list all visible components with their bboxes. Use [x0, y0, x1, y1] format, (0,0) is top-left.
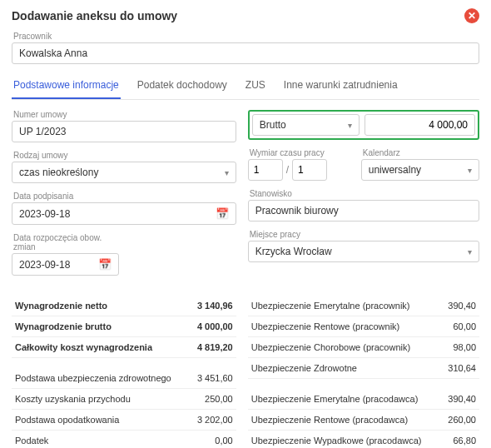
- start-date-field[interactable]: 2023-09-18 📅: [12, 253, 119, 276]
- sign-date-label: Data podpisania: [12, 192, 236, 201]
- workplace-select[interactable]: Krzycka Wrocław: [248, 241, 479, 262]
- tabs: Podstawowe informacje Podatek dochodowy …: [12, 72, 479, 100]
- table-row: Podstawa ubezpieczenia zdrowotnego3 451,…: [12, 368, 236, 389]
- worktime-label: Wymiar czasu pracy: [248, 148, 355, 157]
- contract-type-label: Rodzaj umowy: [12, 151, 236, 160]
- salary-summary-table: Wynagrodzenie netto3 140,96 Wynagrodzeni…: [12, 296, 236, 448]
- sign-date-field[interactable]: 2023-09-18 📅: [12, 202, 236, 225]
- close-icon[interactable]: ✕: [464, 8, 479, 23]
- employee-label: Pracownik: [12, 32, 479, 41]
- calendar-icon: 📅: [98, 258, 112, 271]
- tab-income-tax[interactable]: Podatek dochodowy: [136, 72, 229, 99]
- calendar-select[interactable]: uniwersalny: [361, 159, 479, 181]
- position-field[interactable]: Pracownik biurowy: [248, 200, 479, 222]
- contract-type-select[interactable]: czas nieokreślony: [12, 162, 236, 183]
- tab-other-conditions[interactable]: Inne warunki zatrudnienia: [282, 72, 399, 99]
- table-row: Ubezpieczenie Emerytalne (pracownik)390,…: [248, 296, 479, 316]
- gross-net-select[interactable]: Brutto: [252, 114, 360, 136]
- start-date-label: Data rozpoczęcia obow. zmian: [12, 233, 119, 251]
- table-row: Ubezpieczenie Rentowe (pracodawca)260,00: [248, 410, 479, 431]
- table-row: Podatek0,00: [12, 431, 236, 449]
- contract-number-field[interactable]: UP 1/2023: [12, 121, 236, 142]
- table-row: Ubezpieczenie Emerytalne (pracodawca)390…: [248, 389, 479, 410]
- table-row: Ubezpieczenie Chorobowe (pracownik)98,00: [248, 337, 479, 358]
- table-row: Ubezpieczenie Zdrowotne310,64: [248, 358, 479, 379]
- table-row: Wynagrodzenie netto3 140,96: [12, 296, 236, 316]
- contract-number-label: Numer umowy: [12, 110, 236, 119]
- table-row: Ubezpieczenie Wypadkowe (pracodawca)66,8…: [248, 431, 479, 449]
- tab-zus[interactable]: ZUS: [244, 72, 267, 99]
- modal-title: Dodawanie aneksu do umowy: [12, 9, 177, 22]
- slash-divider: /: [286, 164, 289, 176]
- gross-highlight: Brutto: [248, 110, 479, 140]
- worktime-numerator[interactable]: [248, 159, 283, 181]
- insurance-summary-table: Ubezpieczenie Emerytalne (pracownik)390,…: [248, 296, 479, 448]
- employee-field[interactable]: Kowalska Anna: [12, 42, 479, 64]
- calendar-icon: 📅: [216, 207, 229, 220]
- table-row: Koszty uzyskania przychodu250,00: [12, 389, 236, 410]
- table-row: Podstawa opodatkowania3 202,00: [12, 410, 236, 431]
- worktime-denominator[interactable]: [292, 159, 327, 181]
- workplace-label: Miejsce pracy: [248, 230, 479, 239]
- gross-amount-input[interactable]: [365, 114, 476, 136]
- table-row: Ubezpieczenie Rentowe (pracownik)60,00: [248, 316, 479, 337]
- table-row: Całkowity koszt wynagrodzenia4 819,20: [12, 337, 236, 358]
- calendar-label: Kalendarz: [361, 148, 479, 157]
- tab-basic-info[interactable]: Podstawowe informacje: [12, 72, 121, 99]
- position-label: Stanowisko: [248, 189, 479, 198]
- table-row: Wynagrodzenie brutto4 000,00: [12, 316, 236, 337]
